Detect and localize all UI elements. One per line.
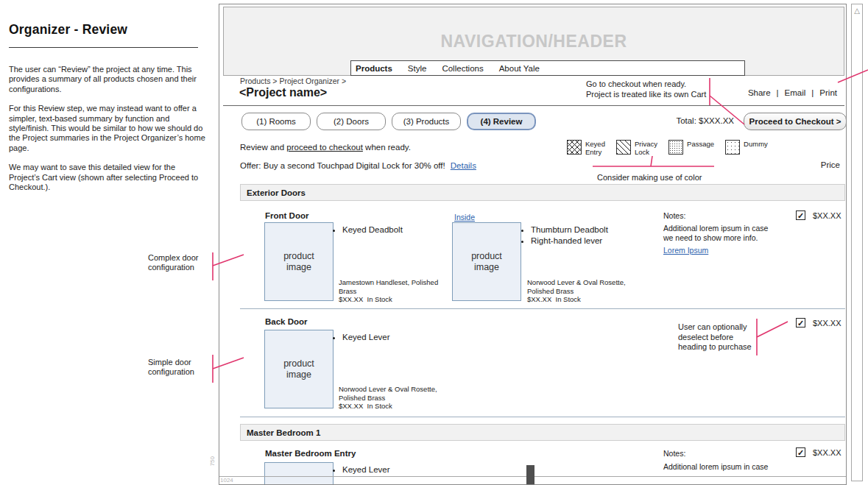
annotation-checkout-note: Go to checkout when ready. Project is tr… [586,79,706,99]
annotation-deselect-note: User can optionally deselect before head… [678,322,752,353]
product-caption: Jamestown Handleset, Polished Brass $XX.… [339,278,438,304]
config-feature-list: Keyed Lever [331,333,390,344]
print-link[interactable]: Print [819,88,837,97]
product-image-placeholder[interactable]: product image [264,330,334,408]
door-price: $XX.XX [813,448,841,457]
share-bar: Share | Email | Print [748,88,837,97]
tab-products[interactable]: (3) Products [392,113,461,130]
product-caption: Norwood Lever & Oval Rosette, Polished B… [339,385,437,411]
scroll-up-icon: △ [854,7,860,15]
tab-doors[interactable]: (2) Doors [317,113,386,130]
feature-item: Thumbturn Deadbolt [531,225,608,234]
main-nav: Products Style Collections About Yale [350,60,745,76]
title-underline [9,47,198,48]
door-name-back-door: Back Door [265,317,308,326]
inside-link[interactable]: Inside [454,213,475,222]
dense-dots-swatch-icon [668,140,683,155]
notes-label: Notes: [663,449,685,458]
door-price: $XX.XX [813,319,841,328]
share-divider: | [777,88,779,97]
breadcrumb[interactable]: Products > Project Organizer > [240,77,346,85]
review-prefix: Review and [240,143,286,152]
product-image-label: product image [278,358,320,380]
product-image-placeholder[interactable]: product image [264,222,334,301]
section-title: Master Bedroom 1 [247,428,320,437]
door-price: $XX.XX [813,211,841,220]
annotation-complex-door: Complex door configuration [148,253,198,272]
offer-line: Offer: Buy a second Touchpad Digital Loc… [240,161,476,170]
canvas-height-label: 750 [209,456,216,466]
total-label: Total: $XXX.XX [676,116,734,125]
offer-text: Offer: Buy a second Touchpad Digital Loc… [240,161,445,170]
share-link[interactable]: Share [748,88,771,97]
sparse-dots-swatch-icon [725,140,740,155]
product-image-label: product image [465,251,508,273]
feature-item: Keyed Lever [342,465,390,474]
scrollbar[interactable]: △ [851,4,863,481]
wireframe-canvas: NAVIGATION/HEADER Products Style Collect… [219,4,847,485]
check-icon: ✓ [797,212,804,219]
legend-item-privacy-lock: Privacy Lock [616,140,657,156]
annotation-paragraph: For this Review step, we may instead wan… [9,104,206,153]
include-door-checkbox[interactable]: ✓ [796,447,805,457]
check-icon: ✓ [797,449,804,456]
canvas-width-label: 1024 [220,477,233,484]
nav-item-products[interactable]: Products [356,64,392,73]
annotation-paragraph: We may want to save this detailed view f… [9,163,206,192]
legend-label: Privacy Lock [635,140,657,156]
legend-label: Keyed Entry [585,140,605,156]
share-divider: | [811,88,814,97]
lorem-ipsum-link[interactable]: Lorem Ipsum [663,246,708,255]
door-name-front-door: Front Door [265,211,308,220]
review-instruction: Review and proceed to checkout when read… [240,143,411,152]
project-name-heading: <Project name> [239,86,327,99]
crosshatch-swatch-icon [567,140,582,155]
config-feature-list: Thumbturn Deadbolt Right-handed lever [520,225,608,247]
product-image-label: product image [278,251,320,273]
legend-label: Passage [687,140,714,149]
page-title: Organizer - Review [9,22,127,38]
step-tabs: (1) Rooms (2) Doors (3) Products (4) Rev… [241,113,536,130]
product-caption: Norwood Lever & Oval Rosette, Polished B… [527,278,626,304]
section-header-exterior-doors: Exterior Doors [240,184,845,201]
offer-details-link[interactable]: Details [451,161,476,170]
legend-label: Dummy [744,140,768,149]
feature-item: Keyed Deadbolt [342,225,403,234]
product-image-placeholder[interactable] [264,462,334,485]
tab-rooms[interactable]: (1) Rooms [241,113,311,130]
annotation-simple-door: Simple door configuration [148,358,194,377]
navigation-header-label: NAVIGATION/HEADER [441,32,627,52]
page-guide-handle[interactable] [526,465,534,485]
diagonal-swatch-icon [616,140,631,155]
feature-item: Keyed Lever [342,333,390,341]
feature-item: Right-handed lever [531,236,608,245]
include-door-checkbox[interactable]: ✓ [796,318,805,328]
check-icon: ✓ [797,319,804,327]
annotation-paragraph: The user can “Review” the project at any… [9,65,206,94]
nav-item-style[interactable]: Style [408,64,427,73]
review-suffix: when ready. [363,143,411,152]
proceed-to-checkout-button[interactable]: Proceed to Checkout > [744,113,847,130]
legend-item-passage: Passage [668,140,714,156]
row-divider [240,417,845,417]
include-door-checkbox[interactable]: ✓ [796,210,805,220]
section-title: Exterior Doors [247,188,306,197]
legend-item-keyed-entry: Keyed Entry [567,140,605,156]
config-feature-list: Keyed Deadbolt [331,225,403,236]
section-header-master-bedroom-1: Master Bedroom 1 [240,424,845,441]
function-legend: Keyed Entry Privacy Lock Passage Dummy [567,140,768,156]
header-divider [223,105,844,106]
row-divider [240,308,845,309]
notes-text: Additional lorem ipsum in case we need t… [663,224,768,243]
email-link[interactable]: Email [785,88,806,97]
nav-item-about-yale[interactable]: About Yale [499,64,540,73]
door-name-master-bedroom-entry: Master Bedroom Entry [265,449,356,458]
proceed-to-checkout-link[interactable]: proceed to checkout [286,143,363,152]
notes-label: Notes: [663,211,685,220]
nav-item-collections[interactable]: Collections [442,64,483,73]
config-feature-list: Keyed Lever [331,465,390,476]
tab-review[interactable]: (4) Review [467,113,536,130]
product-image-placeholder[interactable]: product image [452,222,521,301]
scroll-up-button[interactable]: △ [852,4,862,16]
legend-item-dummy: Dummy [725,140,768,156]
